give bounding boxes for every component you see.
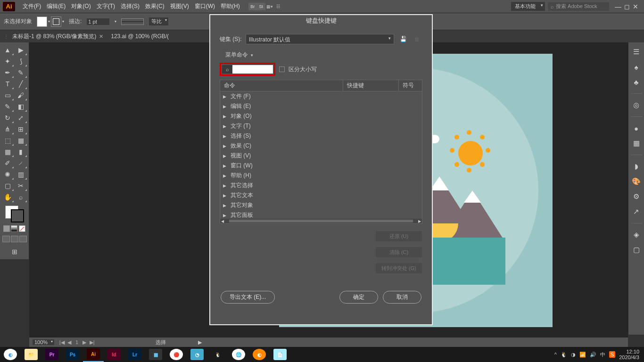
save-set-icon[interactable]: 💾 [398, 34, 408, 44]
gpu-icon[interactable]: ☷ [274, 3, 282, 10]
symbols-panel-icon[interactable]: 🎨 [631, 176, 642, 187]
command-item[interactable]: ▶帮助 (H) [220, 171, 422, 181]
maximize-icon[interactable]: ◻ [624, 3, 630, 10]
transform-panel-icon[interactable]: ↗ [631, 206, 642, 217]
libraries-panel-icon[interactable]: ♠ [631, 61, 642, 73]
tray-up-icon[interactable]: ^ [554, 352, 557, 357]
direct-selection-tool[interactable]: ▶ [14, 44, 27, 56]
shape-builder-tool[interactable]: ⬚ [1, 135, 14, 146]
menu-object[interactable]: 对象(O) [68, 2, 93, 10]
photoshop-taskbar-icon[interactable]: Ps [62, 347, 83, 362]
doc-tab-1[interactable]: 未标题-1 @ 83% (RGB/像素预览) ✕ [8, 31, 107, 42]
shortcut-search-input[interactable] [232, 65, 273, 74]
cancel-button[interactable]: 取消 [383, 291, 421, 304]
chrome-taskbar-icon[interactable]: 🌐 [228, 347, 249, 362]
menu-edit[interactable]: 编辑(E) [44, 2, 68, 10]
paintbrush-tool[interactable]: 🖌 [14, 90, 27, 101]
stock-icon[interactable]: St [257, 3, 265, 10]
selection-tool[interactable]: ▲ [1, 44, 14, 56]
stroke-swatch[interactable] [11, 209, 24, 222]
menu-view[interactable]: 视图(V) [167, 2, 192, 10]
hand-tool[interactable]: ✋ [1, 191, 14, 203]
artboard-tool[interactable]: ▢ [1, 180, 14, 191]
qq-taskbar-icon[interactable]: 🐧 [207, 347, 228, 362]
explorer-taskbar-icon[interactable]: 📁 [21, 347, 41, 362]
col-command[interactable]: 命令 [220, 80, 343, 91]
uniform-dropdown[interactable]: 等比 [149, 17, 169, 26]
blend-tool[interactable]: ⟋ [14, 157, 27, 169]
cc-panel-icon[interactable]: ◎ [631, 99, 642, 111]
layers-panel-icon[interactable]: ◈ [631, 229, 642, 240]
close-icon[interactable]: ✕ [633, 3, 638, 10]
draw-behind-icon[interactable] [11, 236, 18, 242]
draw-inside-icon[interactable] [19, 236, 27, 242]
browser-taskbar-icon[interactable]: ◐ [0, 347, 21, 362]
app3-taskbar-icon[interactable]: ◔ [187, 347, 207, 362]
zoom-tool[interactable]: ⌕ [14, 191, 27, 203]
bridge-icon[interactable]: Br [248, 3, 257, 10]
command-item[interactable]: ▶其它选择 [220, 181, 422, 190]
none-mode-icon[interactable] [19, 225, 25, 232]
tray-volume-icon[interactable]: 🔊 [590, 352, 596, 358]
tray-clock[interactable]: 12:10 2020/4/3 [619, 349, 639, 360]
premiere-taskbar-icon[interactable]: Pr [41, 347, 62, 362]
rotate-tool[interactable]: ↻ [1, 112, 14, 123]
col-shortcut[interactable]: 快捷键 [343, 80, 398, 91]
status-arrow-icon[interactable]: ▶ [198, 339, 202, 346]
minimize-icon[interactable]: — [615, 3, 621, 10]
shaper-tool[interactable]: ✎ [1, 101, 14, 112]
artboards-panel-icon[interactable]: ▢ [631, 244, 642, 255]
draw-normal-icon[interactable] [2, 236, 10, 242]
last-artboard-icon[interactable]: ▶| [89, 339, 95, 346]
color-panel-icon[interactable]: ♣ [631, 76, 642, 88]
indesign-taskbar-icon[interactable]: Id [104, 347, 124, 362]
mesh-tool[interactable]: ▦ [1, 146, 14, 157]
lightroom-taskbar-icon[interactable]: Lr [124, 347, 145, 362]
command-type-dropdown[interactable]: 菜单命令 [225, 51, 248, 59]
case-sensitive-checkbox[interactable] [279, 66, 285, 72]
tab-close-icon[interactable]: ✕ [99, 33, 103, 40]
artboard-number[interactable]: 1 [74, 339, 80, 346]
horizontal-scrollbar[interactable]: ◀▶ [220, 219, 422, 223]
menu-select[interactable]: 选择(S) [118, 2, 142, 10]
tray-network-icon[interactable]: 📶 [579, 352, 586, 358]
command-item[interactable]: ▶选择 (S) [220, 131, 422, 141]
prev-artboard-icon[interactable]: ◀ [66, 339, 73, 346]
command-item[interactable]: ▶效果 (C) [220, 141, 422, 151]
tab-drag-icon[interactable]: ⋮ [4, 34, 8, 39]
lasso-tool[interactable]: ⟆ [14, 56, 27, 67]
symbol-sprayer-tool[interactable]: ✺ [1, 169, 14, 180]
app1-taskbar-icon[interactable]: ▦ [145, 347, 166, 362]
color-mode-icon[interactable] [3, 225, 10, 232]
type-tool[interactable]: T [1, 78, 14, 90]
menu-effect[interactable]: 效果(C) [142, 2, 167, 10]
eyedropper-tool[interactable]: ✐ [1, 157, 14, 169]
rectangle-tool[interactable]: ▭ [1, 90, 14, 101]
scale-tool[interactable]: ⤢ [14, 112, 27, 123]
menu-type[interactable]: 文字(T) [94, 2, 118, 10]
perspective-tool[interactable]: ▦ [14, 135, 27, 146]
first-artboard-icon[interactable]: |◀ [58, 339, 65, 346]
tray-ime[interactable]: 中 [600, 351, 605, 358]
zoom-dropdown[interactable]: 100% [32, 339, 55, 346]
line-tool[interactable]: ╱ [14, 78, 27, 90]
brushes-panel-icon[interactable]: ◗ [631, 161, 642, 172]
command-item[interactable]: ▶对象 (O) [220, 111, 422, 121]
col-symbol[interactable]: 符号 [398, 80, 422, 91]
command-item[interactable]: ▶编辑 (E) [220, 101, 422, 111]
set-select[interactable]: Illustrator 默认值 [246, 34, 394, 44]
stroke-panel-icon[interactable]: ⚙ [631, 191, 642, 202]
command-list[interactable]: ▶文件 (F)▶编辑 (E)▶对象 (O)▶文字 (T)▶选择 (S)▶效果 (… [220, 91, 422, 219]
gradient-mode-icon[interactable] [11, 225, 17, 232]
command-item[interactable]: ▶其它对象 [220, 200, 422, 210]
stroke-weight[interactable]: 1 pt [86, 18, 110, 25]
ok-button[interactable]: 确定 [339, 291, 378, 304]
illustrator-taskbar-icon[interactable]: Ai [83, 347, 104, 362]
width-tool[interactable]: ⋔ [1, 123, 14, 135]
stock-search[interactable]: ⌕ 搜索 Adobe Stock [548, 2, 609, 11]
gradient-tool[interactable]: ▮ [14, 146, 27, 157]
swatches-panel-icon[interactable]: ▦ [631, 138, 642, 149]
pen-tool[interactable]: ✒ [1, 67, 14, 78]
tray-app-icon[interactable]: ◑ [571, 352, 576, 358]
command-item[interactable]: ▶其它文本 [220, 190, 422, 200]
